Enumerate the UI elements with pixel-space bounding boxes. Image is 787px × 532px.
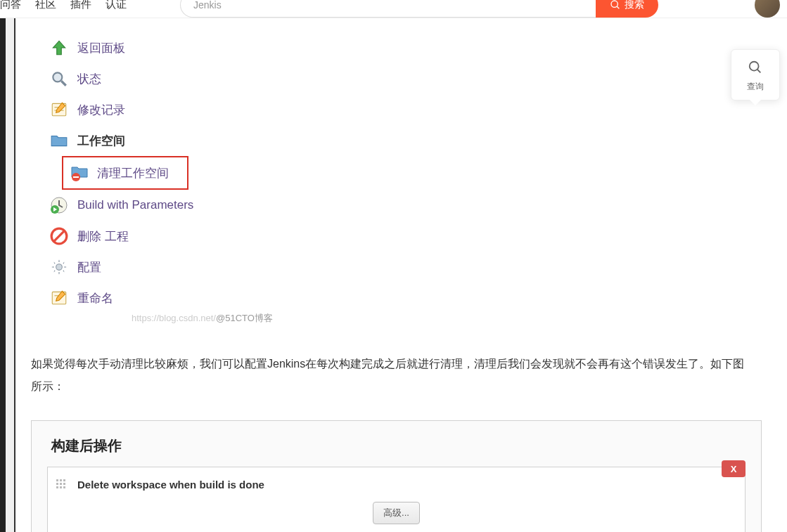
menu-delete[interactable]: 删除 工程 — [49, 221, 762, 252]
search-input[interactable] — [180, 0, 596, 18]
left-stripe — [0, 18, 15, 532]
folder-delete-icon — [70, 163, 90, 183]
svg-point-0 — [611, 1, 618, 7]
menu-build-params[interactable]: Build with Parameters — [49, 190, 762, 221]
panel-item: X Delete workspace when build is done 高级… — [47, 467, 746, 532]
prohibit-icon — [49, 226, 69, 246]
query-icon — [748, 60, 763, 75]
menu-back-label: 返回面板 — [77, 40, 125, 56]
menu-configure[interactable]: 配置 — [49, 252, 762, 283]
search-icon — [610, 0, 621, 11]
query-label: 查询 — [747, 81, 764, 93]
menu-rename[interactable]: 重命名 — [49, 283, 762, 313]
menu-rename-label: 重命名 — [77, 290, 113, 306]
menu-build-params-label: Build with Parameters — [77, 198, 193, 212]
menu-clear-workspace[interactable]: 清理工作空间 — [62, 156, 188, 190]
post-build-panel: 构建后操作 X Delete workspace when build is d… — [31, 420, 762, 532]
gear-icon — [49, 257, 69, 277]
search-button-label: 搜索 — [625, 0, 644, 11]
advanced-button[interactable]: 高级... — [373, 502, 420, 524]
svg-line-14 — [53, 231, 64, 241]
svg-point-15 — [56, 264, 63, 271]
nav-cert[interactable]: 认证 — [105, 0, 127, 11]
notepad-icon — [49, 100, 69, 119]
svg-line-1 — [617, 6, 619, 8]
folder-icon — [49, 131, 69, 150]
menu-workspace-label: 工作空间 — [77, 133, 125, 149]
svg-point-2 — [750, 62, 759, 71]
menu-clear-workspace-label: 清理工作空间 — [97, 165, 169, 181]
search-button[interactable]: 搜索 — [596, 0, 658, 18]
nav-community[interactable]: 社区 — [35, 0, 56, 11]
svg-line-5 — [61, 81, 66, 86]
nav-plugins[interactable]: 插件 — [70, 0, 91, 11]
svg-line-3 — [757, 70, 761, 73]
magnifier-icon — [49, 69, 69, 89]
panel-item-label: Delete workspace when build is done — [77, 479, 264, 491]
article-paragraph: 如果觉得每次手动清理比较麻烦，我们可以配置Jenkins在每次构建完成之后就进行… — [31, 353, 746, 398]
arrow-up-icon — [49, 38, 69, 58]
menu-configure-label: 配置 — [77, 259, 101, 275]
nav-qa[interactable]: 问答 — [0, 0, 21, 11]
menu-history-label: 修改记录 — [77, 102, 125, 118]
query-popup[interactable]: 查询 — [731, 49, 780, 100]
panel-title: 构建后操作 — [32, 421, 761, 467]
menu-delete-label: 删除 工程 — [77, 228, 129, 245]
menu-status-label: 状态 — [77, 71, 101, 87]
clock-play-icon — [49, 195, 69, 215]
watermark: https://blog.csdn.net/@51CTO博客 — [132, 312, 273, 325]
svg-rect-10 — [73, 176, 79, 178]
svg-point-4 — [53, 72, 62, 82]
drag-handle-icon[interactable] — [56, 479, 68, 491]
menu-workspace[interactable]: 工作空间 — [49, 125, 762, 156]
rename-icon — [49, 288, 69, 308]
menu-status[interactable]: 状态 — [49, 63, 762, 94]
menu-back-to-dashboard[interactable]: 返回面板 — [49, 32, 762, 63]
avatar[interactable] — [755, 0, 780, 18]
menu-history[interactable]: 修改记录 — [49, 94, 762, 125]
